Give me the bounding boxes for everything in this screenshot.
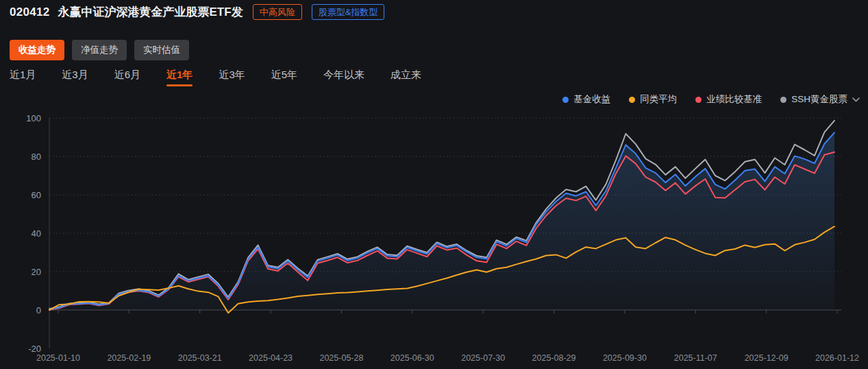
y-axis-tick-label: 100 xyxy=(26,113,41,123)
x-axis-date-label: 2025-04-23 xyxy=(249,353,293,363)
y-axis-tick-label: 20 xyxy=(32,267,41,277)
x-axis-date-label: 2026-01-12 xyxy=(815,353,859,363)
y-axis-tick-label: 80 xyxy=(32,152,41,162)
y-axis-tick-label: -20 xyxy=(28,344,41,354)
x-axis-date-label: 2025-08-29 xyxy=(532,353,576,363)
x-axis-date-label: 2025-11-07 xyxy=(674,353,717,363)
y-axis-tick-label: 40 xyxy=(32,228,41,239)
x-axis-date-label: 2025-03-21 xyxy=(178,353,222,363)
x-axis-date-label: 2025-09-30 xyxy=(603,353,647,363)
y-axis-tick-label: 60 xyxy=(32,190,41,200)
y-axis-tick-label: 0 xyxy=(36,305,41,316)
x-axis-date-label: 2025-05-28 xyxy=(319,353,363,363)
x-axis-date-label: 2025-02-19 xyxy=(107,353,151,363)
x-axis-date-label: 2025-07-30 xyxy=(461,353,505,363)
x-axis-date-label: 2025-12-09 xyxy=(745,353,789,363)
area-fill-fund-return xyxy=(49,132,834,310)
performance-chart[interactable]: 100806040200-202025-01-102025-02-192025-… xyxy=(0,0,868,369)
fund-detail-page: 020412 永赢中证沪深港黄金产业股票ETF发 中高风险 股票型&指数型 收益… xyxy=(0,0,868,369)
x-axis-date-label: 2025-06-30 xyxy=(390,353,434,363)
x-axis-date-label: 2025-01-10 xyxy=(36,353,80,363)
